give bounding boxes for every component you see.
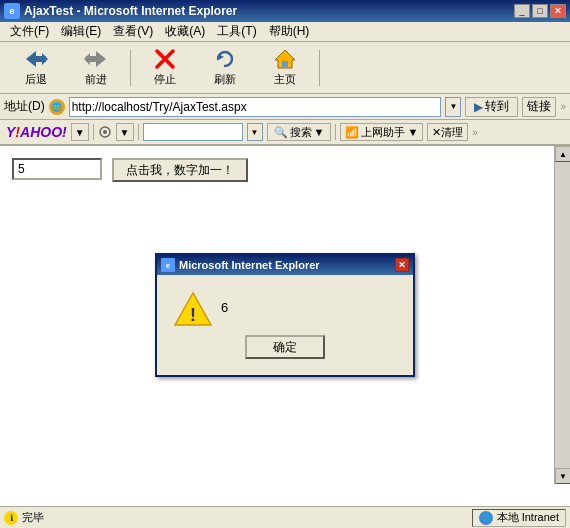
search-input[interactable] bbox=[143, 123, 243, 141]
dialog-titlebar: e Microsoft Internet Explorer ✕ bbox=[157, 255, 413, 275]
minimize-button[interactable]: _ bbox=[514, 4, 530, 18]
earth-icon: 🌐 bbox=[479, 511, 493, 525]
dialog-title: Microsoft Internet Explorer bbox=[179, 259, 320, 271]
stop-icon bbox=[153, 48, 177, 70]
yahoo-more[interactable]: » bbox=[472, 127, 478, 138]
svg-point-12 bbox=[103, 130, 107, 134]
address-label: 地址(D) bbox=[4, 98, 45, 115]
increment-button[interactable]: 点击我，数字加一！ bbox=[112, 158, 248, 182]
toolbar: 后退 前进 停止 刷新 bbox=[0, 42, 570, 94]
go-label: 转到 bbox=[485, 98, 509, 115]
yahoo-sep3 bbox=[335, 124, 336, 140]
search-label: 搜索 bbox=[290, 125, 312, 140]
number-input[interactable] bbox=[12, 158, 102, 180]
title-bar-left: e AjaxTest - Microsoft Internet Explorer bbox=[4, 3, 237, 19]
search-button[interactable]: 🔍 搜索 ▼ bbox=[267, 123, 332, 141]
dialog-ie-icon: e bbox=[161, 258, 175, 272]
scroll-up-button[interactable]: ▲ bbox=[555, 146, 570, 162]
back-icon bbox=[24, 48, 48, 70]
toolbar-more[interactable]: » bbox=[560, 101, 566, 112]
dialog-close-button[interactable]: ✕ bbox=[395, 258, 409, 272]
svg-marker-5 bbox=[84, 53, 90, 65]
home-label: 主页 bbox=[274, 72, 296, 87]
status-info-icon: ℹ bbox=[4, 511, 18, 525]
yahoo-bar: Y!AHOO! ▼ ▼ ▼ 🔍 搜索 ▼ 📶 上网助手 ▼ ✕ 清理 » bbox=[0, 120, 570, 146]
dialog-title-left: e Microsoft Internet Explorer bbox=[161, 258, 320, 272]
svg-marker-8 bbox=[218, 54, 224, 60]
home-button[interactable]: 主页 bbox=[257, 46, 313, 90]
status-done-label: 完毕 bbox=[22, 510, 44, 525]
menu-favorites[interactable]: 收藏(A) bbox=[159, 21, 211, 42]
back-button[interactable]: 后退 bbox=[8, 46, 64, 90]
ie-icon: e bbox=[4, 3, 20, 19]
ie-dialog: e Microsoft Internet Explorer ✕ ! 6 确定 bbox=[155, 253, 415, 377]
yahoo-sep2 bbox=[138, 124, 139, 140]
close-button[interactable]: ✕ bbox=[550, 4, 566, 18]
toolbar-separator-2 bbox=[319, 50, 320, 86]
search-arrow: ▼ bbox=[314, 126, 325, 138]
yahoo-sep1 bbox=[93, 124, 94, 140]
title-bar: e AjaxTest - Microsoft Internet Explorer… bbox=[0, 0, 570, 22]
title-bar-controls[interactable]: _ □ ✕ bbox=[514, 4, 566, 18]
status-right: 🌐 本地 Intranet bbox=[472, 509, 566, 527]
helper-button[interactable]: 📶 上网助手 ▼ bbox=[340, 123, 423, 141]
warning-icon: ! bbox=[173, 291, 209, 323]
svg-text:!: ! bbox=[190, 305, 196, 325]
settings-dropdown[interactable]: ▼ bbox=[116, 123, 134, 141]
yahoo-dropdown[interactable]: ▼ bbox=[71, 123, 89, 141]
svg-rect-10 bbox=[282, 61, 288, 68]
toolbar-separator-1 bbox=[130, 50, 131, 86]
dialog-content: ! 6 bbox=[173, 291, 397, 323]
menu-tools[interactable]: 工具(T) bbox=[211, 21, 262, 42]
search-icon: 🔍 bbox=[274, 126, 288, 139]
clear-icon: ✕ bbox=[432, 126, 441, 139]
scrollbar[interactable]: ▲ ▼ bbox=[554, 146, 570, 484]
stop-label: 停止 bbox=[154, 72, 176, 87]
stop-button[interactable]: 停止 bbox=[137, 46, 193, 90]
menu-view[interactable]: 查看(V) bbox=[107, 21, 159, 42]
settings-icon bbox=[98, 125, 112, 139]
yahoo-logo: Y!AHOO! bbox=[6, 124, 67, 140]
address-input[interactable] bbox=[69, 97, 442, 117]
clear-button[interactable]: ✕ 清理 bbox=[427, 123, 468, 141]
address-dropdown[interactable]: ▼ bbox=[445, 97, 461, 117]
links-button[interactable]: 链接 bbox=[522, 97, 556, 117]
status-bar: ℹ 完毕 🌐 本地 Intranet bbox=[0, 506, 570, 528]
clear-label: 清理 bbox=[441, 125, 463, 140]
scroll-track bbox=[555, 162, 570, 468]
scroll-down-button[interactable]: ▼ bbox=[555, 468, 570, 484]
search-dropdown[interactable]: ▼ bbox=[247, 123, 263, 141]
helper-icon: 📶 bbox=[345, 126, 359, 139]
forward-label: 前进 bbox=[85, 72, 107, 87]
dialog-body: ! 6 确定 bbox=[157, 275, 413, 375]
dialog-ok-button[interactable]: 确定 bbox=[245, 335, 325, 359]
forward-button[interactable]: 前进 bbox=[68, 46, 124, 90]
window-title: AjaxTest - Microsoft Internet Explorer bbox=[24, 4, 237, 18]
refresh-label: 刷新 bbox=[214, 72, 236, 87]
menu-bar: 文件(F) 编辑(E) 查看(V) 收藏(A) 工具(T) 帮助(H) bbox=[0, 22, 570, 42]
home-icon bbox=[273, 48, 297, 70]
address-bar: 地址(D) 🌐 ▼ ▶ 转到 链接 » bbox=[0, 94, 570, 120]
go-arrow-icon: ▶ bbox=[474, 100, 483, 114]
forward-icon bbox=[84, 48, 108, 70]
refresh-icon bbox=[213, 48, 237, 70]
refresh-button[interactable]: 刷新 bbox=[197, 46, 253, 90]
svg-marker-2 bbox=[42, 53, 48, 65]
dialog-overlay: e Microsoft Internet Explorer ✕ ! 6 确定 bbox=[0, 146, 570, 484]
main-content: 点击我，数字加一！ e Microsoft Internet Explorer … bbox=[0, 146, 570, 506]
page-content-area: 点击我，数字加一！ bbox=[0, 146, 570, 194]
status-zone-segment: 🌐 本地 Intranet bbox=[472, 509, 566, 527]
links-label: 链接 bbox=[527, 98, 551, 115]
status-left: ℹ 完毕 bbox=[4, 510, 468, 525]
go-button[interactable]: ▶ 转到 bbox=[465, 97, 518, 117]
menu-file[interactable]: 文件(F) bbox=[4, 21, 55, 42]
status-zone-label: 本地 Intranet bbox=[497, 510, 559, 525]
helper-arrow: ▼ bbox=[407, 126, 418, 138]
menu-help[interactable]: 帮助(H) bbox=[263, 21, 316, 42]
helper-label: 上网助手 bbox=[361, 125, 405, 140]
dialog-message: 6 bbox=[221, 300, 228, 315]
menu-edit[interactable]: 编辑(E) bbox=[55, 21, 107, 42]
back-label: 后退 bbox=[25, 72, 47, 87]
maximize-button[interactable]: □ bbox=[532, 4, 548, 18]
page-icon: 🌐 bbox=[49, 99, 65, 115]
